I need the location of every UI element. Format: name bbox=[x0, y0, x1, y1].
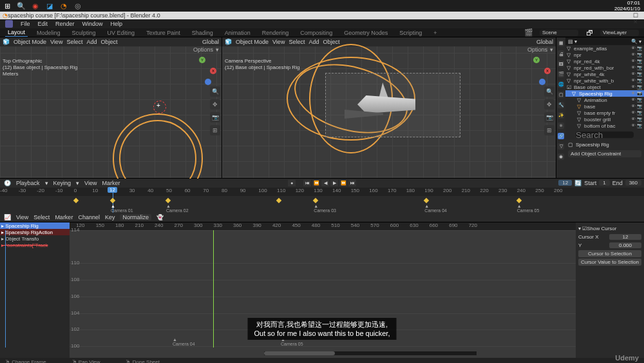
tab-texture[interactable]: Texture Paint bbox=[144, 29, 183, 37]
keyframe[interactable] bbox=[276, 198, 281, 203]
vp-left-options[interactable]: Options ▾ bbox=[193, 46, 219, 53]
normalize-button[interactable]: Normalize bbox=[120, 214, 151, 221]
g-menu-select[interactable]: Select bbox=[33, 214, 50, 221]
outliner-row[interactable]: ▽npr_white_with_b👁 📷 bbox=[565, 77, 644, 84]
keyframe[interactable] bbox=[424, 198, 429, 203]
outliner-row[interactable]: ▽example_atlas👁 📷 bbox=[565, 45, 644, 52]
menu-view[interactable]: View bbox=[272, 39, 285, 45]
jump-start-button[interactable]: ⏮ bbox=[303, 180, 311, 186]
tab-modeling[interactable]: Modeling bbox=[34, 29, 63, 37]
graph-hscrollbar[interactable] bbox=[264, 351, 477, 355]
menu-window[interactable]: Window bbox=[82, 21, 103, 27]
outliner-row[interactable]: ☑📁Base object👁 📷 bbox=[565, 84, 644, 90]
editor-graph-icon[interactable]: 📈 bbox=[4, 214, 11, 221]
prop-world-icon[interactable]: 🌐 bbox=[558, 81, 564, 88]
graph-channel[interactable]: ▸ "constraints["Track bbox=[0, 242, 70, 248]
cursor-value-to-selection-button[interactable]: Cursor Value to Selection bbox=[578, 259, 641, 266]
zoom-icon[interactable]: 🔍 bbox=[544, 86, 554, 97]
mode-dropdown[interactable]: Object Mode bbox=[236, 39, 269, 45]
outliner-search[interactable] bbox=[576, 132, 634, 138]
outliner-row[interactable]: ▽Animation👁 📷 bbox=[565, 97, 644, 103]
menu-object[interactable]: Object bbox=[100, 39, 117, 45]
outliner-row[interactable]: ▽npr_white_4k👁 📷 bbox=[565, 71, 644, 77]
graph-channel[interactable]: ▸ Spaceship Rig bbox=[0, 222, 70, 229]
chrome-icon[interactable]: ◉ bbox=[31, 1, 40, 10]
keyframe[interactable] bbox=[73, 198, 78, 203]
prop-physics-icon[interactable]: ⚛ bbox=[558, 123, 564, 129]
graph-channel[interactable]: ▸ Spaceship RigAction bbox=[0, 229, 70, 235]
keyframe[interactable] bbox=[313, 198, 318, 203]
tab-uv[interactable]: UV Editing bbox=[105, 29, 138, 37]
g-menu-key[interactable]: Key bbox=[105, 214, 115, 221]
start-icon[interactable]: ⊞ bbox=[3, 1, 12, 10]
editor-clock-icon[interactable]: 🕐 bbox=[4, 180, 11, 186]
tab-compositing[interactable]: Compositing bbox=[298, 29, 335, 37]
cursor-y-field[interactable]: 0.000 bbox=[609, 242, 641, 248]
autokey-icon[interactable]: ● bbox=[288, 180, 296, 186]
prop-view-icon[interactable]: 🖼 bbox=[558, 61, 564, 67]
prop-particle-icon[interactable]: ✨ bbox=[558, 112, 564, 119]
jump-end-button[interactable]: ⏭ bbox=[348, 180, 356, 186]
axis-x-icon[interactable]: X bbox=[210, 68, 216, 74]
timeline-track[interactable]: Camera 01Camera 02Camera 03Camera 04Came… bbox=[0, 196, 644, 213]
nav-gizmo[interactable]: X Y bbox=[522, 57, 551, 85]
start-frame[interactable]: 1 bbox=[599, 180, 609, 186]
zoom-icon[interactable]: 🔍 bbox=[210, 86, 220, 97]
keyframe[interactable] bbox=[166, 198, 171, 203]
blender-icon[interactable] bbox=[5, 20, 13, 28]
outliner-row[interactable]: ▽Spaceship Rig👁 📷 bbox=[565, 90, 644, 97]
nav-gizmo[interactable]: X Y bbox=[188, 57, 216, 85]
viewlayer-field[interactable] bbox=[600, 30, 639, 36]
timeline-ruler[interactable]: -40-30-20-100102030405060708090100110120… bbox=[0, 188, 644, 197]
vscode-icon[interactable]: ◪ bbox=[45, 1, 54, 10]
outliner-filter-bar[interactable]: ▤ ▾ 🔍 ▾ bbox=[565, 37, 644, 45]
move-icon[interactable]: ✥ bbox=[544, 99, 554, 110]
playback-menu[interactable]: Playback bbox=[16, 180, 40, 186]
tab-scripting[interactable]: Scripting bbox=[397, 29, 424, 37]
viewport-left[interactable]: 🧊 Object Mode View Select Add Object Glo… bbox=[0, 37, 222, 178]
keyframe[interactable] bbox=[516, 198, 521, 203]
camera-icon[interactable]: 📷 bbox=[210, 112, 220, 123]
end-frame[interactable]: 360 bbox=[625, 180, 641, 186]
orient-dropdown[interactable]: Global bbox=[536, 39, 553, 45]
timeline-marker[interactable]: Camera 02 bbox=[166, 204, 189, 213]
viewlayer-icon[interactable]: 🗗 bbox=[585, 28, 594, 37]
tab-rendering[interactable]: Rendering bbox=[260, 29, 292, 37]
viewport-right[interactable]: 🧊 Object Mode View Select Add Object Glo… bbox=[222, 37, 556, 178]
menu-view[interactable]: View bbox=[50, 39, 62, 45]
axis-z-icon[interactable] bbox=[539, 79, 545, 85]
orient-dropdown[interactable]: Global bbox=[202, 39, 219, 45]
outliner-row[interactable]: ▽npr_red_with_bor👁 📷 bbox=[565, 64, 644, 71]
g-menu-marker[interactable]: Marker bbox=[55, 214, 73, 221]
view-menu[interactable]: View bbox=[84, 180, 97, 186]
tab-sculpting[interactable]: Sculpting bbox=[70, 29, 99, 37]
prop-scene-icon[interactable]: 🎬 bbox=[558, 71, 564, 77]
axis-x-icon[interactable]: X bbox=[544, 68, 551, 74]
scene-icon[interactable]: 🎬 bbox=[524, 28, 533, 37]
prop-material-icon[interactable]: ◉ bbox=[558, 153, 564, 160]
prop-modifier-icon[interactable]: 🔧 bbox=[558, 102, 564, 108]
ghost-icon[interactable]: 👻 bbox=[156, 214, 164, 221]
tab-layout[interactable]: Layout bbox=[5, 28, 28, 37]
axis-z-icon[interactable] bbox=[205, 79, 211, 85]
graph-cursor[interactable] bbox=[213, 230, 214, 348]
add-constraint-dropdown[interactable]: Add Object Constraint bbox=[568, 150, 641, 157]
keying-menu[interactable]: Keying bbox=[53, 180, 71, 186]
prop-data-icon[interactable]: ▽ bbox=[558, 143, 564, 150]
menu-select[interactable]: Select bbox=[66, 39, 82, 45]
keyframe[interactable] bbox=[110, 198, 115, 203]
play-reverse-button[interactable]: ◀ bbox=[321, 180, 329, 186]
graph-ruler[interactable]: 1201501802102402703003303603904204504805… bbox=[70, 222, 576, 230]
play-button[interactable]: ▶ bbox=[330, 180, 338, 186]
axis-y-icon[interactable]: Y bbox=[199, 57, 205, 63]
tab-geonodes[interactable]: Geometry Nodes bbox=[341, 29, 390, 37]
outliner-row[interactable]: ▽npr_red_4k👁 📷 bbox=[565, 58, 644, 64]
perspective-icon[interactable]: ⊞ bbox=[544, 125, 554, 135]
current-frame[interactable]: 12 bbox=[558, 180, 572, 186]
timeline-marker[interactable]: Camera 05 bbox=[517, 204, 540, 213]
g-menu-channel[interactable]: Channel bbox=[78, 214, 100, 221]
cursor-to-selection-button[interactable]: Cursor to Selection bbox=[578, 250, 641, 257]
timeline-marker[interactable]: Camera 03 bbox=[314, 204, 336, 213]
editor-type-icon[interactable]: 🧊 bbox=[3, 39, 10, 45]
menu-file[interactable]: File bbox=[21, 21, 30, 27]
